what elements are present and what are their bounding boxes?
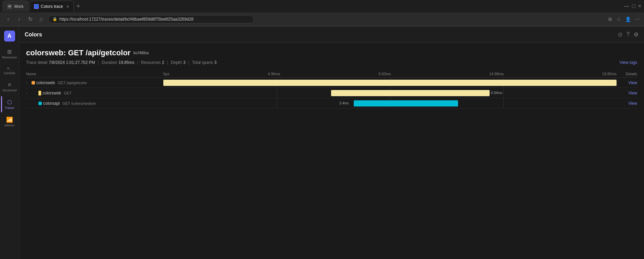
resources-label: Resources [141, 60, 161, 65]
span-details-3: View [617, 101, 637, 106]
span-dot-2 [38, 91, 41, 95]
sidebar-resources-wrapper: ⊞ Resources [1, 46, 18, 62]
span-bar-label-2: 6.94ms [491, 91, 502, 95]
sidebar-metrics-wrapper: 📶 Metrics [1, 114, 18, 130]
tab-bar: W Work 🔵 Colors trace × + — □ × [0, 0, 644, 12]
sidebar-console-wrapper: >_ Console [1, 63, 18, 78]
resources-icon: ⊞ [7, 48, 12, 55]
close-button[interactable]: × [638, 3, 641, 9]
maximize-button[interactable]: □ [632, 3, 635, 9]
tab-close-button[interactable]: × [66, 4, 69, 9]
span-name-col-1: - colorsweb GET /api/getcolor [26, 80, 163, 85]
tab-label-work: Work [14, 4, 24, 9]
total-spans-value: 3 [214, 60, 216, 65]
topbar: Colors ⊙ ? ⚙ [19, 26, 644, 43]
sidebar-item-traces[interactable]: ⬡ Traces [1, 96, 18, 112]
view-logs-button[interactable]: View logs [620, 60, 637, 65]
sidebar-item-metrics[interactable]: 📶 Metrics [1, 114, 18, 130]
view-link-2[interactable]: View [628, 91, 637, 95]
duration-value: 19.85ms [119, 60, 134, 65]
topbar-left: Colors [25, 32, 42, 38]
span-row-1: - colorsweb GET /api/getcolor [26, 78, 637, 88]
help-icon[interactable]: ? [627, 31, 630, 38]
total-spans-label: Total spans [192, 60, 213, 65]
sidebar-label-structured: Structured [2, 89, 17, 92]
trace-title-row: colorsweb: GET /api/getcolor bcf46ba [26, 48, 637, 57]
sidebar-item-console[interactable]: >_ Console [1, 63, 18, 78]
star-icon[interactable]: ☆ [617, 16, 621, 22]
trace-date: 7/8/2024 1:01:27.702 PM [49, 60, 95, 65]
active-indicator [1, 96, 2, 112]
tab-label-colors: Colors trace [41, 4, 63, 9]
view-link-3[interactable]: View [628, 101, 637, 106]
profile-icon[interactable]: 👤 [625, 16, 631, 22]
span-row-2: - colorsweb GET 6.94ms [26, 88, 637, 98]
trace-id-badge: bcf46ba [133, 50, 149, 55]
window-controls: — □ × [624, 3, 641, 9]
span-timeline-2: 6.94ms [163, 88, 617, 98]
structured-icon: ≡ [8, 82, 11, 88]
sidebar-item-structured[interactable]: ≡ Structured [1, 79, 18, 95]
trace-table: Name 0µs 4.96ms 9.93ms 14.89ms 19.85ms D… [26, 70, 637, 109]
timeline-marker-2: 9.93ms [378, 72, 391, 76]
span-method-2: GET [64, 91, 72, 95]
tab-colors-trace[interactable]: 🔵 Colors trace × [30, 1, 74, 12]
metrics-icon: 📶 [6, 116, 13, 123]
github-icon[interactable]: ⊙ [618, 31, 622, 38]
reload-button[interactable]: ↻ [26, 16, 34, 22]
new-tab-button[interactable]: + [77, 3, 80, 10]
view-link-1[interactable]: View [628, 80, 637, 85]
span-dot-3 [38, 102, 42, 105]
url-bar[interactable]: 🔒 https://localhost:17227/traces/detail/… [48, 15, 254, 23]
sidebar-label-traces: Traces [5, 106, 14, 110]
depth-value: 3 [183, 60, 186, 65]
span-timeline-1 [163, 78, 617, 88]
traces-icon: ⬡ [7, 99, 12, 105]
duration-label: Duration [102, 60, 117, 65]
app: A ⊞ Resources >_ Console ≡ Structured ⬡ [0, 26, 644, 259]
back-button[interactable]: ‹ [4, 16, 12, 22]
sidebar-label-metrics: Metrics [4, 124, 14, 127]
span-bar-prefix-3: 3.4ms [339, 101, 349, 105]
span-method-3: GET /colors/random [62, 101, 96, 105]
tab-work[interactable]: W Work [3, 1, 28, 12]
app-logo: A [4, 31, 15, 42]
span-bar-2 [331, 90, 490, 96]
span-name-col-3: colorsapi GET /colors/random [26, 101, 163, 106]
sidebar-item-resources[interactable]: ⊞ Resources [1, 46, 18, 62]
browser-chrome: W Work 🔵 Colors trace × + — □ × ‹ › ↻ ⌂ … [0, 0, 644, 26]
sidebar-label-resources: Resources [2, 56, 17, 59]
col-header-name: Name [26, 72, 163, 76]
main-content: Colors ⊙ ? ⚙ colorsweb: GET /api/getcolo… [19, 26, 644, 259]
span-timeline-3: 3.4ms [163, 98, 617, 108]
span-details-2: View [617, 91, 637, 95]
topbar-icons: ⊙ ? ⚙ [618, 31, 639, 38]
tab-favicon-work: W [7, 4, 12, 9]
span-bar-3 [354, 100, 458, 106]
timeline-marker-0: 0µs [163, 72, 169, 76]
span-bar-1 [163, 80, 617, 86]
menu-icon[interactable]: ⋯ [635, 16, 640, 22]
resources-value: 2 [162, 60, 164, 65]
minimize-button[interactable]: — [624, 3, 629, 9]
timeline-marker-4: 19.85ms [602, 72, 617, 76]
span-expand-1[interactable]: - [26, 80, 30, 85]
span-row-3: colorsapi GET /colors/random 3.4ms View [26, 98, 637, 109]
settings-icon[interactable]: ⚙ [634, 31, 639, 38]
home-button[interactable]: ⌂ [37, 16, 45, 22]
trace-title: colorsweb: GET /api/getcolor [26, 48, 130, 57]
forward-button[interactable]: › [15, 16, 23, 22]
span-details-1: View [617, 80, 637, 85]
trace-meta: Trace detail 7/8/2024 1:01:27.702 PM | D… [26, 60, 637, 65]
span-expand-2[interactable]: - [26, 91, 30, 95]
url-text: https://localhost:17227/traces/detail/bc… [59, 17, 194, 22]
extensions-icon[interactable]: ⚙ [608, 16, 612, 22]
tab-favicon-colors: 🔵 [34, 4, 39, 9]
sidebar-structured-wrapper: ≡ Structured [1, 79, 18, 95]
span-name-1: colorsweb [36, 80, 55, 85]
trace-content: colorsweb: GET /api/getcolor bcf46ba Tra… [19, 43, 644, 259]
span-name-3: colorsapi [43, 101, 60, 106]
depth-label: Depth [171, 60, 182, 65]
col-header-details: Details [617, 72, 637, 76]
span-dot-1 [32, 81, 35, 85]
